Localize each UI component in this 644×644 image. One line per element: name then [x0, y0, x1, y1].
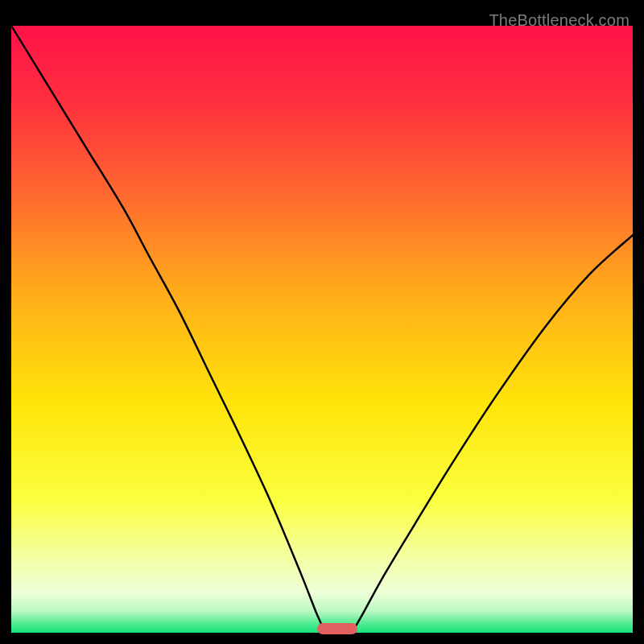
chart-frame: TheBottleneck.com: [11, 11, 633, 633]
plot-area: [11, 26, 633, 633]
optimum-marker: [317, 623, 357, 634]
bottleneck-curve: [11, 26, 633, 633]
